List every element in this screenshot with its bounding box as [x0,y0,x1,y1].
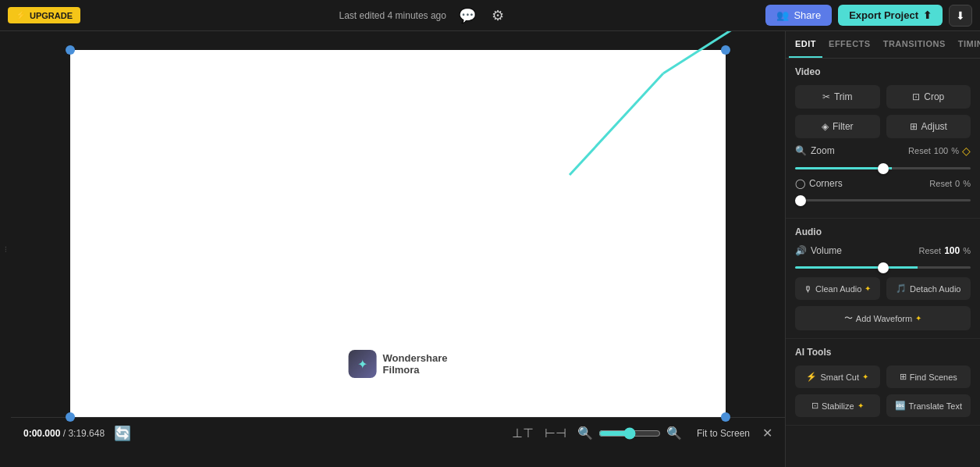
clean-audio-button[interactable]: 🎙 Clean Audio ✦ [795,277,880,300]
trim-icon-button[interactable]: ⊢⊣ [542,423,569,443]
corner-handle-bottom-left[interactable] [66,412,75,422]
video-section-title: Video [795,66,971,77]
corners-label: ◯ Corners [795,178,843,189]
adjust-icon: ⊞ [910,121,918,132]
find-scenes-icon: ⊞ [900,372,907,382]
volume-slider-row: 🔊 Volume Reset 100 % [795,245,971,271]
panel-tabs: EDIT EFFECTS TRANSITIONS TIMING [786,31,980,59]
smart-cut-button[interactable]: ⚡ Smart Cut ✦ [795,365,880,388]
add-waveform-label: Add Waveform [856,314,912,323]
svg-line-2 [570,73,663,175]
volume-unit: % [963,246,971,255]
download-button[interactable]: ⬇ [949,5,972,27]
clean-audio-label: Clean Audio [815,284,861,294]
find-scenes-button[interactable]: ⊞ Find Scenes [886,365,971,388]
corners-slider-row: ◯ Corners Reset 0 % [795,178,971,204]
tab-edit[interactable]: EDIT [789,31,822,58]
zoom-out-icon-button[interactable]: 🔍 [575,423,595,443]
audio-section: Audio 🔊 Volume Reset 100 % [786,219,980,339]
corners-label-text: Corners [809,178,843,189]
crop-label: Crop [924,91,944,102]
left-sidebar[interactable]: ··· [0,31,11,467]
tab-transitions[interactable]: TRANSITIONS [877,31,952,58]
trim-label: Trim [834,91,853,102]
main-content: ··· [0,31,980,467]
zoom-value: 100 [934,146,948,155]
video-frame: ✦ Wondershare Filmora [70,50,726,417]
corners-label-row: ◯ Corners Reset 0 % [795,178,971,189]
volume-label-text: Volume [811,245,842,256]
split-clips-icon-button[interactable]: ⊥⊤ [510,423,536,443]
detach-audio-button[interactable]: 🎵 Detach Audio [886,277,971,300]
corners-right: Reset 0 % [929,179,971,188]
smart-cut-sparkle-icon: ✦ [862,373,868,381]
export-project-button[interactable]: Export Project ⬆ [838,5,943,26]
last-edited-text: Last edited 4 minutes ago [339,10,446,21]
corners-value: 0 [955,179,960,188]
volume-label: 🔊 Volume [795,245,842,256]
detach-audio-icon: 🎵 [896,283,907,294]
volume-label-row: 🔊 Volume Reset 100 % [795,245,971,256]
upgrade-button[interactable]: ⚡ UPGRADE [8,7,80,23]
corners-icon: ◯ [795,178,805,189]
right-panel: EDIT EFFECTS TRANSITIONS TIMING Video ✂ … [785,31,980,467]
find-scenes-label: Find Scenes [910,373,957,382]
volume-range-input[interactable] [795,266,971,269]
crop-button[interactable]: ⊡ Crop [886,85,971,109]
bottom-controls: ⊥⊤ ⊢⊣ 🔍 🔍 Fit to Screen ✕ [510,423,772,443]
stabilize-icon: ⊡ [811,401,818,411]
zoom-in-icon-button[interactable]: 🔍 [664,423,684,443]
zoom-range-input[interactable] [795,167,971,169]
close-button[interactable]: ✕ [762,426,772,440]
stabilize-sparkle-icon: ✦ [858,401,864,410]
spinner-icon[interactable]: 🔄 [114,425,131,442]
zoom-keyframe-button[interactable]: ◇ [962,144,971,157]
watermark: ✦ Wondershare Filmora [349,350,448,378]
smart-cut-icon: ⚡ [806,372,817,382]
zoom-reset-button[interactable]: Reset [908,146,931,155]
tab-effects[interactable]: EFFECTS [822,31,877,58]
share-button[interactable]: 👥 Share [765,5,832,26]
ai-btn-grid: ⚡ Smart Cut ✦ ⊞ Find Scenes ⊡ Stabilize … [795,365,971,417]
corners-range-input[interactable] [795,199,971,201]
upgrade-label: UPGRADE [30,11,73,20]
fit-to-screen-button[interactable]: Fit to Screen [691,425,756,442]
corner-handle-bottom-right[interactable] [721,412,730,422]
translate-text-button[interactable]: 🔤 Translate Text [886,394,971,417]
topbar: ⚡ UPGRADE Last edited 4 minutes ago 💬 ⚙ … [0,0,980,31]
stabilize-button[interactable]: ⊡ Stabilize ✦ [795,394,880,417]
filter-button[interactable]: ◈ Filter [795,115,880,138]
clean-audio-icon: 🎙 [804,284,812,294]
zoom-slider-container: 🔍 🔍 [575,423,684,443]
trim-button[interactable]: ✂ Trim [795,85,880,109]
zoom-unit: % [951,146,959,155]
volume-icon: 🔊 [795,245,807,256]
zoom-slider-row: 🔍 Zoom Reset 100 % ◇ [795,144,971,172]
waveform-sparkle-icon: ✦ [915,314,921,323]
clean-audio-sparkle-icon: ✦ [865,284,871,293]
chat-icon-button[interactable]: 💬 [456,4,479,27]
watermark-text: Wondershare Filmora [383,352,448,376]
current-time: 0:00.000 [23,428,60,439]
canvas-zoom-slider[interactable] [598,427,661,440]
settings-icon-button[interactable]: ⚙ [488,4,507,27]
corner-handle-top-right[interactable] [721,45,730,55]
tab-timing[interactable]: TIMING [952,31,980,58]
video-frame-container: ✦ Wondershare Filmora [70,50,726,417]
translate-label: Translate Text [909,401,962,411]
topbar-center: Last edited 4 minutes ago 💬 ⚙ [80,4,765,27]
svg-line-1 [663,31,749,73]
corners-unit: % [963,179,971,188]
add-waveform-button[interactable]: 〜 Add Waveform ✦ [795,306,971,330]
corners-reset-button[interactable]: Reset [929,179,952,188]
zoom-search-icon: 🔍 [795,145,807,156]
ai-tools-section-title: AI Tools [795,347,971,358]
corner-handle-top-left[interactable] [66,45,75,55]
volume-reset-button[interactable]: Reset [918,246,941,255]
bottom-bar: 0:00.000 / 3:19.648 🔄 ⊥⊤ ⊢⊣ 🔍 🔍 Fit to S… [11,417,785,448]
zoom-label: 🔍 Zoom [795,145,835,156]
adjust-button[interactable]: ⊞ Adjust [886,115,971,138]
upgrade-star-icon: ⚡ [16,10,27,20]
download-icon: ⬇ [956,9,965,22]
watermark-icon: ✦ [349,350,377,378]
